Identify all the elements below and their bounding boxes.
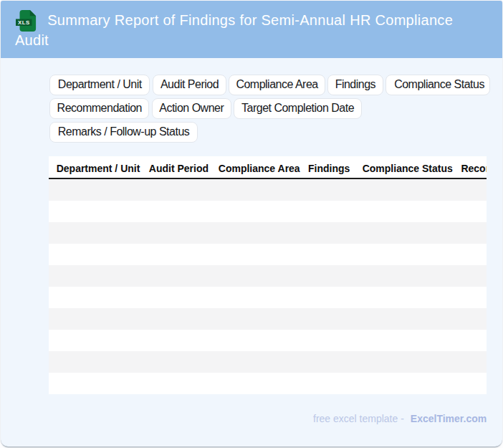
svg-text:XLS: XLS: [18, 19, 30, 26]
